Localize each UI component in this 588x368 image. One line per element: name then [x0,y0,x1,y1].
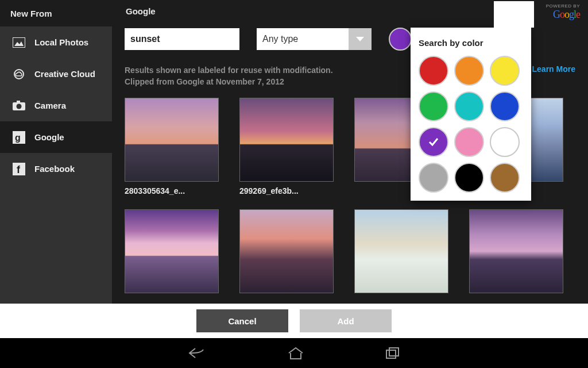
sidebar-item-facebook[interactable]: f Facebook [0,153,112,185]
cancel-button[interactable]: Cancel [196,309,288,332]
color-swatch[interactable] [490,56,520,86]
svg-rect-0 [13,37,25,48]
camera-icon [10,101,28,111]
color-swatches [419,56,523,193]
color-swatch[interactable] [490,91,520,121]
sidebar-item-camera[interactable]: Camera [0,90,112,121]
android-navbar [0,338,588,368]
color-swatch[interactable] [454,91,484,121]
chevron-down-icon [349,28,372,50]
home-icon[interactable] [287,346,304,360]
cloud-icon [10,69,28,79]
color-swatch[interactable] [419,163,448,193]
sidebar: New From Local Photos Creative Cloud Cam… [0,0,112,304]
type-select[interactable]: Any type [257,28,372,50]
svg-text:g: g [15,133,21,143]
color-swatch[interactable] [490,127,520,157]
svg-point-5 [17,103,22,109]
google-logo: Google [546,9,580,21]
color-swatch[interactable] [419,56,448,86]
color-swatch[interactable] [419,91,448,121]
result-item[interactable]: 2803305634_e... [125,98,219,195]
sidebar-item-label: Facebook [34,164,75,174]
color-swatch[interactable] [419,127,448,157]
powered-by-google: POWERED BY Google [546,3,580,21]
svg-rect-4 [17,101,20,103]
result-item[interactable] [354,209,448,293]
result-item[interactable] [125,209,219,293]
sidebar-item-creative-cloud[interactable]: Creative Cloud [0,58,112,90]
sidebar-item-label: Creative Cloud [34,69,95,79]
google-icon: g [10,131,28,144]
image-icon [10,37,28,48]
back-icon[interactable] [187,346,207,360]
sidebar-item-google[interactable]: g Google [0,121,112,153]
facebook-icon: f [10,163,28,175]
color-swatch[interactable] [490,163,520,193]
color-picker-popup: Search by color [411,28,531,201]
sidebar-item-label: Google [34,132,64,142]
svg-text:f: f [17,164,21,175]
color-picker-title: Search by color [419,38,523,48]
search-input[interactable] [125,28,239,50]
add-button[interactable]: Add [300,309,392,332]
svg-marker-1 [14,41,24,46]
result-item[interactable]: 299269_efe3b... [239,98,334,195]
type-select-label: Any type [257,34,298,44]
recent-apps-icon[interactable] [385,346,401,360]
svg-rect-11 [389,348,399,356]
sidebar-header: New From [0,0,112,26]
color-swatch[interactable] [454,127,484,157]
sidebar-item-label: Camera [34,101,66,110]
sidebar-item-local-photos[interactable]: Local Photos [0,26,112,58]
result-item[interactable] [469,209,563,293]
color-filter-button[interactable] [389,28,412,51]
action-bar: Cancel Add [0,304,588,338]
color-swatch[interactable] [454,163,484,193]
color-swatch[interactable] [454,56,484,86]
results-info: Results shown are labeled for reuse with… [125,64,333,87]
svg-rect-10 [386,350,396,358]
main-panel: POWERED BY Google Google Any type C Resu… [112,0,588,304]
learn-more-link[interactable]: Learn More [532,64,575,87]
result-item[interactable] [239,209,334,293]
sidebar-item-label: Local Photos [34,37,88,47]
